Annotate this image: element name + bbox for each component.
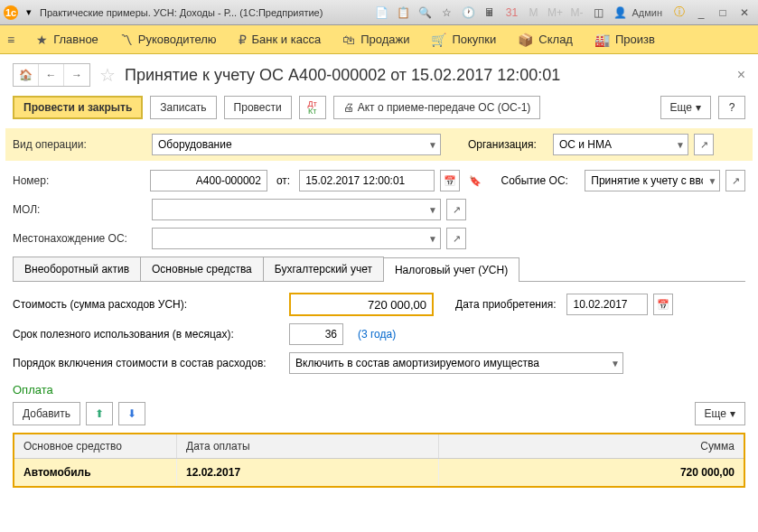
app-icon: 1c (4, 5, 18, 20)
post-button[interactable]: Провести (224, 96, 292, 119)
minimize-icon[interactable]: _ (691, 4, 711, 22)
maximize-icon[interactable]: □ (713, 4, 733, 22)
menu-purchases[interactable]: 🛒Покупки (431, 33, 496, 47)
m-icon[interactable]: M (523, 4, 543, 22)
mol-select[interactable] (152, 199, 441, 220)
menu-manager[interactable]: 〽Руководителю (120, 33, 217, 47)
org-label: Организация: (468, 138, 547, 151)
toolbar-icon[interactable]: 📄 (371, 4, 391, 22)
home-icon[interactable]: 🏠 (14, 64, 39, 86)
menu-toggle[interactable]: ≡ (7, 33, 14, 47)
tab-accounting[interactable]: Бухгалтерский учет (263, 257, 384, 281)
col-sum[interactable]: Сумма (439, 434, 744, 458)
incl-select[interactable] (289, 352, 623, 374)
number-input[interactable] (150, 170, 267, 191)
dtkt-button[interactable]: ДтКт (299, 96, 326, 119)
command-bar: Провести и закрыть Записать Провести ДтК… (0, 92, 758, 128)
open-icon[interactable]: ↗ (446, 199, 466, 220)
menu-main[interactable]: ★Главное (36, 33, 98, 47)
date-label: от: (276, 174, 290, 187)
close-page-icon[interactable]: × (737, 67, 745, 83)
history-icon[interactable]: 🕐 (458, 4, 478, 22)
m-plus-icon[interactable]: M+ (545, 4, 565, 22)
calculator-icon[interactable]: 🖩 (480, 4, 500, 22)
page-header: 🏠 ← → ☆ Принятие к учету ОС А400-000002 … (0, 54, 758, 92)
event-label: Событие ОС: (501, 174, 580, 187)
acq-date-label: Дата приобретения: (455, 298, 556, 311)
dropdown-icon[interactable]: ▾ (22, 5, 36, 20)
open-icon[interactable]: ↗ (694, 134, 714, 155)
date-input[interactable] (299, 170, 435, 191)
window-title: Практические примеры. УСН: Доходы - Р...… (40, 7, 368, 18)
save-button[interactable]: Записать (150, 96, 216, 119)
layout-icon[interactable]: ◫ (588, 4, 608, 22)
titlebar: 1c ▾ Практические примеры. УСН: Доходы -… (0, 0, 758, 25)
loc-label: Местонахождение ОС: (13, 232, 146, 245)
more-button[interactable]: Еще ▾ (660, 96, 711, 119)
tabs: Внеоборотный актив Основные средства Бух… (13, 257, 745, 282)
move-down-button[interactable]: ⬇ (118, 402, 145, 425)
help-button[interactable]: ? (718, 96, 745, 119)
col-asset[interactable]: Основное средство (14, 434, 177, 458)
page-title: Принятие к учету ОС А400-000002 от 15.02… (125, 66, 728, 85)
operation-select[interactable] (152, 134, 441, 155)
calendar-icon[interactable]: 📅 (440, 170, 460, 191)
tab-fixed-assets[interactable]: Основные средства (140, 257, 264, 281)
m-minus-icon[interactable]: M- (566, 4, 586, 22)
mol-label: МОЛ: (13, 203, 146, 216)
tab-asset[interactable]: Внеоборотный актив (13, 257, 141, 281)
info-icon[interactable]: ⓘ (669, 4, 689, 22)
forward-icon[interactable]: → (64, 64, 89, 86)
calendar-icon[interactable]: 31 (501, 4, 521, 22)
print-icon: 🖨 (343, 101, 354, 114)
add-button[interactable]: Добавить (13, 402, 80, 425)
menu-production[interactable]: 🏭Произв (594, 33, 655, 47)
move-up-button[interactable]: ⬆ (86, 402, 113, 425)
close-icon[interactable]: ✕ (735, 4, 754, 22)
user-name: Админ (632, 7, 662, 18)
payment-table: Основное средство Дата оплаты Сумма Авто… (13, 433, 745, 488)
toolbar-icon[interactable]: 📋 (393, 4, 413, 22)
toolbar-icon[interactable]: 🔍 (415, 4, 435, 22)
open-icon[interactable]: ↗ (725, 170, 745, 191)
print-act-button[interactable]: 🖨Акт о приеме-передаче ОС (ОС-1) (333, 96, 541, 119)
table-row[interactable]: Автомобиль 12.02.2017 720 000,00 (14, 459, 744, 486)
post-and-close-button[interactable]: Провести и закрыть (13, 96, 143, 119)
menu-warehouse[interactable]: 📦Склад (518, 33, 573, 47)
tab-usn[interactable]: Налоговый учет (УСН) (383, 257, 519, 282)
cell-sum: 720 000,00 (439, 459, 744, 486)
back-icon[interactable]: ← (39, 64, 64, 86)
calendar-icon[interactable]: 📅 (653, 294, 673, 315)
operation-label: Вид операции: (13, 138, 146, 151)
life-input[interactable] (289, 323, 343, 345)
loc-select[interactable] (152, 228, 441, 249)
cell-date: 12.02.2017 (177, 459, 439, 486)
org-select[interactable] (553, 134, 688, 155)
menu-bank[interactable]: ₽Банк и касса (239, 33, 322, 47)
cost-label: Стоимость (сумма расходов УСН): (13, 298, 284, 311)
user-icon[interactable]: 👤 (610, 4, 630, 22)
col-date[interactable]: Дата оплаты (177, 434, 439, 458)
favorite-icon[interactable]: ☆ (436, 4, 456, 22)
event-select[interactable] (585, 170, 720, 191)
life-note-link[interactable]: (3 года) (358, 328, 396, 341)
menu-sales[interactable]: 🛍Продажи (342, 33, 409, 47)
payment-title: Оплата (13, 383, 745, 397)
acq-date-input[interactable] (566, 294, 648, 315)
cell-asset: Автомобиль (14, 459, 177, 486)
star-icon[interactable]: ☆ (99, 64, 116, 86)
flag-icon[interactable]: 🔖 (465, 170, 485, 191)
number-label: Номер: (13, 174, 145, 187)
incl-label: Порядок включения стоимости в состав рас… (13, 357, 284, 369)
table-more-button[interactable]: Еще ▾ (695, 402, 745, 425)
cost-input[interactable] (289, 293, 434, 316)
main-menu: ≡ ★Главное 〽Руководителю ₽Банк и касса 🛍… (0, 25, 758, 54)
open-icon[interactable]: ↗ (446, 228, 466, 249)
life-label: Срок полезного использования (в месяцах)… (13, 328, 284, 341)
